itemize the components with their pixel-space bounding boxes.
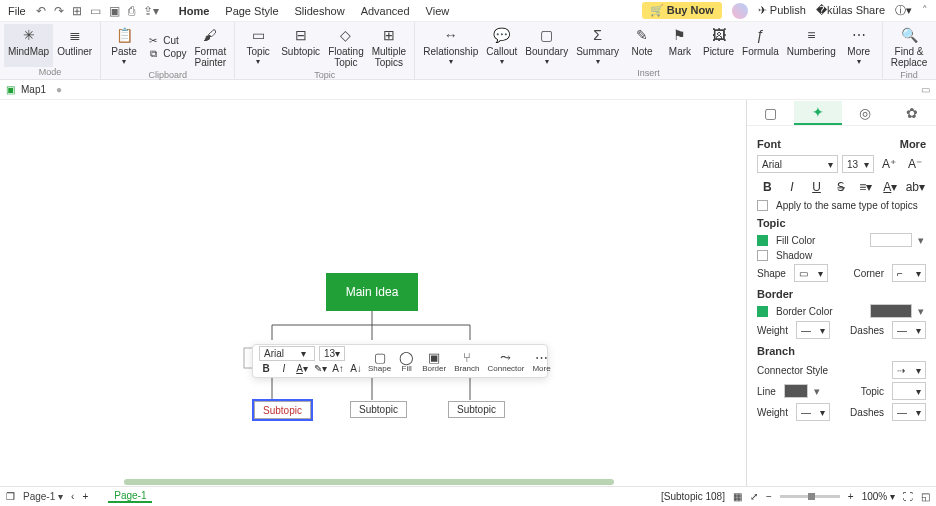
add-page-icon[interactable]: + bbox=[82, 491, 88, 502]
format-painter-button[interactable]: 🖌Format Painter bbox=[191, 24, 231, 70]
ctx-branch[interactable]: ⑂Branch bbox=[451, 350, 482, 373]
map-tab-close-icon[interactable]: ● bbox=[56, 84, 62, 95]
paste-button[interactable]: 📋Paste▾ bbox=[105, 24, 143, 70]
map-tab[interactable]: Map1 bbox=[15, 82, 52, 97]
decrease-font-icon[interactable]: A⁻ bbox=[904, 154, 926, 174]
ctx-more[interactable]: ⋯More bbox=[529, 350, 553, 373]
bold-button[interactable]: B bbox=[757, 177, 778, 197]
outliner-button[interactable]: ≣Outliner bbox=[53, 24, 96, 67]
apply-same-checkbox[interactable] bbox=[757, 200, 768, 211]
publish-button[interactable]: ✈ Publish bbox=[758, 4, 806, 17]
border-weight-select[interactable]: —▾ bbox=[796, 321, 830, 339]
line-color-drop[interactable]: ▾ bbox=[812, 385, 822, 398]
floating-topic-button[interactable]: ◇Floating Topic bbox=[324, 24, 368, 70]
boundary-button[interactable]: ▢Boundary▾ bbox=[521, 24, 572, 68]
shape-select[interactable]: ▭▾ bbox=[794, 264, 828, 282]
ctx-size-select[interactable]: 13▾ bbox=[319, 346, 345, 361]
sidetab-format[interactable]: ✦ bbox=[794, 101, 841, 125]
ctx-shape[interactable]: ▢Shape bbox=[365, 350, 394, 373]
corner-select[interactable]: ⌐▾ bbox=[892, 264, 926, 282]
avatar[interactable] bbox=[732, 3, 748, 19]
page-tab[interactable]: Page-1 bbox=[108, 490, 152, 503]
sidetab-style[interactable]: ▢ bbox=[747, 102, 794, 124]
picture-button[interactable]: 🖼Picture bbox=[699, 24, 738, 68]
tab-slideshow[interactable]: Slideshow bbox=[295, 5, 345, 17]
pages-icon[interactable]: ❐ bbox=[6, 491, 15, 502]
open-icon[interactable]: ▭ bbox=[90, 4, 101, 18]
connector-style-select[interactable]: ⇢▾ bbox=[892, 361, 926, 379]
undo-icon[interactable]: ↶ bbox=[36, 4, 46, 18]
file-menu[interactable]: File bbox=[8, 5, 26, 17]
find-replace-button[interactable]: 🔍Find & Replace bbox=[887, 24, 932, 70]
relationship-button[interactable]: ↔Relationship▾ bbox=[419, 24, 482, 68]
new-icon[interactable]: ⊞ bbox=[72, 4, 82, 18]
branch-dashes-select[interactable]: —▾ bbox=[892, 403, 926, 421]
page-select[interactable]: Page-1 ▾ bbox=[23, 491, 63, 502]
ctx-connector[interactable]: ⤳Connector bbox=[485, 350, 528, 373]
tab-home[interactable]: Home bbox=[179, 5, 210, 17]
tab-view[interactable]: View bbox=[426, 5, 450, 17]
formula-button[interactable]: ƒFormula bbox=[738, 24, 783, 68]
border-color-swatch[interactable] bbox=[870, 304, 912, 318]
ctx-decrease-font[interactable]: A↓ bbox=[349, 363, 363, 374]
topic-button[interactable]: ▭Topic▾ bbox=[239, 24, 277, 70]
redo-icon[interactable]: ↷ bbox=[54, 4, 64, 18]
fill-color-drop[interactable]: ▾ bbox=[916, 234, 926, 247]
underline-button[interactable]: U bbox=[806, 177, 827, 197]
expand-panel-icon[interactable]: ▭ bbox=[921, 84, 930, 95]
sidetab-theme[interactable]: ✿ bbox=[889, 102, 936, 124]
collapse-ribbon-icon[interactable]: ˄ bbox=[922, 4, 928, 17]
horizontal-scrollbar[interactable] bbox=[0, 476, 746, 486]
ctx-increase-font[interactable]: A↑ bbox=[331, 363, 345, 374]
font-color-button[interactable]: A▾ bbox=[880, 177, 901, 197]
help-icon[interactable]: ⓘ▾ bbox=[895, 3, 912, 18]
mark-button[interactable]: ⚑Mark bbox=[661, 24, 699, 68]
border-color-drop[interactable]: ▾ bbox=[916, 305, 926, 318]
sidetab-task[interactable]: ◎ bbox=[842, 102, 889, 124]
multiple-topics-button[interactable]: ⊞Multiple Topics bbox=[368, 24, 410, 70]
numbering-button[interactable]: ≡Numbering bbox=[783, 24, 840, 68]
zoom-value[interactable]: 100% ▾ bbox=[862, 491, 895, 502]
tab-pagestyle[interactable]: Page Style bbox=[225, 5, 278, 17]
branch-topic-select[interactable]: ▾ bbox=[892, 382, 926, 400]
ctx-italic[interactable]: I bbox=[277, 363, 291, 374]
italic-button[interactable]: I bbox=[782, 177, 803, 197]
print-icon[interactable]: ⎙ bbox=[128, 4, 135, 18]
font-more[interactable]: More bbox=[900, 138, 926, 150]
ctx-border[interactable]: ▣Border bbox=[419, 350, 449, 373]
ctx-bold[interactable]: B bbox=[259, 363, 273, 374]
subtopic-button[interactable]: ⊟Subtopic bbox=[277, 24, 324, 70]
branch-weight-select[interactable]: —▾ bbox=[796, 403, 830, 421]
node-subtopic-selected[interactable]: Subtopic bbox=[254, 401, 311, 419]
cut-button[interactable]: ✂Cut bbox=[147, 35, 186, 46]
node-subtopic[interactable]: Subtopic bbox=[448, 401, 505, 418]
increase-font-icon[interactable]: A⁺ bbox=[878, 154, 900, 174]
shadow-checkbox[interactable] bbox=[757, 250, 768, 261]
case-button[interactable]: ab▾ bbox=[905, 177, 926, 197]
buy-now-button[interactable]: 🛒 Buy Now bbox=[642, 2, 722, 19]
mindmap-button[interactable]: ✳MindMap bbox=[4, 24, 53, 67]
note-button[interactable]: ✎Note bbox=[623, 24, 661, 68]
align-button[interactable]: ≡▾ bbox=[855, 177, 876, 197]
view-mode-icon[interactable]: ▦ bbox=[733, 491, 742, 502]
summary-button[interactable]: ΣSummary▾ bbox=[572, 24, 623, 68]
node-main-idea[interactable]: Main Idea bbox=[326, 273, 418, 311]
fill-color-checkbox[interactable] bbox=[757, 235, 768, 246]
ctx-highlight[interactable]: ✎▾ bbox=[313, 363, 327, 374]
callout-button[interactable]: 💬Callout▾ bbox=[482, 24, 521, 68]
line-color-swatch[interactable] bbox=[784, 384, 808, 398]
fit-icon[interactable]: ⤢ bbox=[750, 491, 758, 502]
ctx-font-select[interactable]: Arial▾ bbox=[259, 346, 315, 361]
prev-page-icon[interactable]: ‹ bbox=[71, 491, 74, 502]
save-icon[interactable]: ▣ bbox=[109, 4, 120, 18]
ctx-fill[interactable]: ◯Fill bbox=[396, 350, 417, 373]
zoom-in-icon[interactable]: + bbox=[848, 491, 854, 502]
font-size-select[interactable]: 13▾ bbox=[842, 155, 874, 173]
font-family-select[interactable]: Arial▾ bbox=[757, 155, 838, 173]
ctx-fontcolor[interactable]: A▾ bbox=[295, 363, 309, 374]
canvas[interactable]: Main Idea Subtopic Subtopic Subtopic Ari… bbox=[0, 100, 746, 486]
share-button[interactable]: �külas Share bbox=[816, 4, 885, 17]
focus-icon[interactable]: ◱ bbox=[921, 491, 930, 502]
border-dashes-select[interactable]: —▾ bbox=[892, 321, 926, 339]
zoom-out-icon[interactable]: − bbox=[766, 491, 772, 502]
